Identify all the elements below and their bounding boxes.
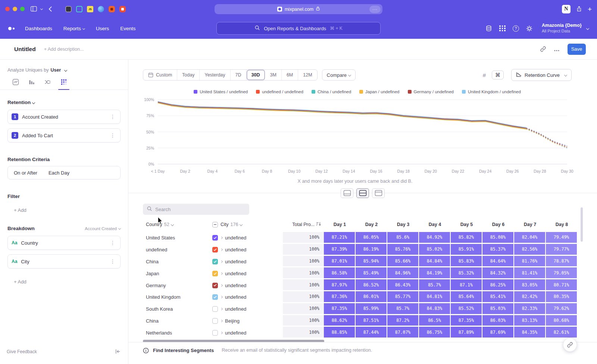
tab-flows[interactable] bbox=[44, 79, 51, 90]
row-checkbox[interactable] bbox=[212, 271, 218, 276]
retention-cell[interactable]: 85.83% bbox=[451, 256, 482, 268]
row-checkbox[interactable] bbox=[212, 247, 218, 252]
expand-chevron-icon[interactable] bbox=[220, 332, 223, 334]
row-checkbox[interactable] bbox=[212, 306, 218, 312]
row-checkbox[interactable] bbox=[212, 235, 218, 241]
retention-cell[interactable]: 87.97% bbox=[324, 279, 356, 291]
kebab-menu-icon[interactable]: ⋮ bbox=[109, 240, 116, 245]
minimize-window-button[interactable] bbox=[13, 7, 17, 11]
retention-cell[interactable]: 81.76% bbox=[514, 256, 546, 268]
global-search-button[interactable]: Open Reports & Dashboards ⌘ + K bbox=[216, 22, 381, 35]
retention-cell[interactable]: 86.05% bbox=[356, 232, 387, 244]
column-header-day[interactable]: Day 5 bbox=[451, 222, 482, 227]
column-header-day[interactable]: Day 3 bbox=[387, 222, 419, 227]
new-tab-icon[interactable]: + bbox=[588, 6, 592, 13]
vertical-scrollbar[interactable] bbox=[581, 207, 583, 242]
report-title[interactable]: Untitled bbox=[14, 46, 36, 53]
range-custom[interactable]: Custom bbox=[143, 70, 177, 80]
retention-cell[interactable]: 79.62% bbox=[546, 303, 577, 315]
retention-cell[interactable]: 88.62% bbox=[324, 315, 356, 327]
column-header-total[interactable]: Total Pro... bbox=[283, 222, 324, 227]
legend-item[interactable]: United States / undefined bbox=[194, 90, 248, 94]
browser-sidebar-toggle-icon[interactable] bbox=[31, 6, 37, 12]
retention-cell[interactable]: 84.19% bbox=[419, 267, 451, 279]
retention-cell[interactable]: 87.89% bbox=[451, 327, 482, 339]
expand-chevron-icon[interactable] bbox=[220, 272, 223, 275]
retention-cell[interactable]: 83.13% bbox=[514, 315, 546, 327]
retention-cell[interactable]: 85.08% bbox=[482, 232, 514, 244]
range-30d[interactable]: 30D bbox=[247, 70, 265, 80]
expand-chevron-icon[interactable] bbox=[220, 248, 223, 251]
notion-icon[interactable]: N bbox=[562, 5, 571, 13]
retention-cell[interactable]: 84.83% bbox=[419, 303, 451, 315]
nav-link-users[interactable]: Users bbox=[96, 26, 109, 31]
help-icon[interactable]: ? bbox=[513, 25, 519, 32]
retention-cell[interactable]: 82.61% bbox=[546, 327, 577, 339]
retention-cell[interactable]: 86.58% bbox=[324, 267, 356, 279]
collapse-sidebar-icon[interactable] bbox=[115, 349, 121, 354]
legend-item[interactable]: Germany / undefined bbox=[408, 90, 454, 94]
tab-funnels[interactable] bbox=[28, 79, 35, 90]
find-segments-title[interactable]: Find Interesting Segments bbox=[153, 348, 214, 353]
sort-icon[interactable] bbox=[316, 222, 321, 227]
compare-button[interactable]: Compare bbox=[322, 69, 356, 81]
apps-grid-icon[interactable] bbox=[499, 25, 506, 31]
more-menu-icon[interactable]: … bbox=[554, 46, 560, 53]
criteria-each-day[interactable]: Each Day bbox=[49, 170, 69, 176]
retention-cell[interactable]: 85.7% bbox=[419, 279, 451, 291]
extension-icon[interactable] bbox=[65, 6, 72, 12]
retention-cell[interactable]: 84.96% bbox=[387, 267, 419, 279]
retention-cell[interactable]: 84.92% bbox=[419, 232, 451, 244]
column-header-city[interactable]: City176 bbox=[212, 222, 283, 228]
retention-cell[interactable]: 80.71% bbox=[546, 279, 577, 291]
tab-retention[interactable] bbox=[60, 79, 68, 90]
retention-cell[interactable]: 86.25% bbox=[482, 279, 514, 291]
maximize-window-button[interactable] bbox=[20, 7, 25, 11]
column-header-day[interactable]: Day 1 bbox=[324, 222, 356, 227]
legend-item[interactable]: United Kingdom / undefined bbox=[462, 90, 521, 94]
retention-cell[interactable]: 82.42% bbox=[514, 291, 546, 303]
retention-cell[interactable]: 85.03% bbox=[482, 303, 514, 315]
retention-cell[interactable]: 87.2% bbox=[387, 315, 419, 327]
retention-cell[interactable]: 79.77% bbox=[546, 244, 577, 256]
retention-cell[interactable]: 81.41% bbox=[514, 267, 546, 279]
search-input[interactable] bbox=[155, 207, 246, 212]
give-feedback-link[interactable]: Give Feedback bbox=[7, 349, 37, 354]
retention-cell[interactable]: 78.87% bbox=[546, 256, 577, 268]
retention-cell[interactable]: 84.84% bbox=[419, 256, 451, 268]
data-management-icon[interactable] bbox=[485, 25, 492, 32]
nav-link-dashboards[interactable]: Dashboards bbox=[25, 26, 52, 31]
retention-cell[interactable]: 88.85% bbox=[324, 327, 356, 339]
retention-cell[interactable]: 85.77% bbox=[387, 291, 419, 303]
retention-cell[interactable]: 87.35% bbox=[451, 315, 482, 327]
add-breakdown-button[interactable]: + Add bbox=[14, 279, 121, 285]
breakdown-card-country[interactable]: Aa Country ⋮ bbox=[7, 236, 121, 250]
expand-chevron-icon[interactable] bbox=[220, 296, 223, 298]
retention-cell[interactable]: 86.01% bbox=[356, 291, 387, 303]
mixpanel-logo[interactable] bbox=[8, 27, 15, 30]
retention-cell[interactable]: 87.44% bbox=[356, 327, 387, 339]
expand-chevron-icon[interactable] bbox=[220, 236, 223, 239]
retention-cell[interactable]: 85.7% bbox=[387, 303, 419, 315]
criteria-on-or-after[interactable]: On or After bbox=[14, 170, 37, 176]
retention-cell[interactable]: 86.03% bbox=[482, 315, 514, 327]
range-12m[interactable]: 12M bbox=[298, 70, 317, 80]
chart-type-selector[interactable]: Retention Curve bbox=[511, 69, 572, 81]
range-7d[interactable]: 7D bbox=[231, 70, 247, 80]
chevron-down-icon[interactable] bbox=[40, 7, 43, 10]
column-header-day[interactable]: Day 4 bbox=[419, 222, 451, 227]
retention-cell[interactable]: 85.41% bbox=[482, 291, 514, 303]
legend-item[interactable]: Japan / undefined bbox=[359, 90, 399, 94]
retention-cell[interactable]: 85.91% bbox=[451, 244, 482, 256]
close-window-button[interactable] bbox=[5, 7, 10, 11]
retention-cell[interactable]: 85.99% bbox=[356, 303, 387, 315]
column-header-day[interactable]: Day 2 bbox=[356, 222, 387, 227]
copy-link-icon[interactable] bbox=[540, 46, 546, 52]
retention-cell[interactable]: 82.33% bbox=[514, 303, 546, 315]
retention-cell[interactable]: 83.05% bbox=[514, 279, 546, 291]
gridlines-toggle-icon[interactable]: # bbox=[481, 70, 488, 80]
nav-link-reports[interactable]: Reports bbox=[63, 26, 85, 31]
retention-cell[interactable]: 82.56% bbox=[514, 244, 546, 256]
step-card-added-to-cart[interactable]: 2 Added To Cart ⋮ bbox=[7, 128, 121, 142]
retention-cell[interactable]: 80.68% bbox=[546, 315, 577, 327]
